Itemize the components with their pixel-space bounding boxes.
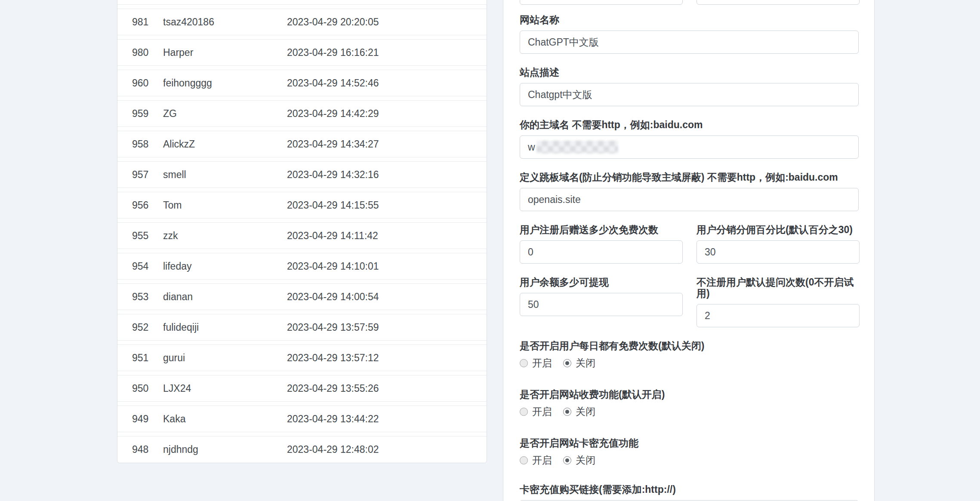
form-group-site-desc: 站点描述 [520, 67, 859, 106]
censored-value-blur [536, 141, 618, 154]
user-name-cell: lifeday [163, 261, 287, 272]
toggle-site-charge: 是否开启网站收费功能(默认开启) 开启 关闭 [520, 389, 859, 418]
user-id-cell: 981 [117, 16, 163, 28]
user-name-cell: zzk [163, 230, 287, 242]
toggle-card-recharge: 是否开启网站卡密充值功能 开启 关闭 [520, 437, 859, 467]
table-row: 960 feihongggg 2023-04-29 14:52:46 [117, 70, 487, 96]
table-row: 957 smell 2023-04-29 14:32:16 [117, 161, 487, 188]
table-row: 949 Kaka 2023-04-29 13:44:22 [117, 406, 487, 432]
table-row: 950 LJX24 2023-04-29 13:55:26 [117, 375, 487, 402]
user-id-cell: 948 [117, 444, 163, 455]
table-row: 980 Harper 2023-04-29 16:16:21 [117, 39, 487, 66]
user-id-cell: 956 [117, 200, 163, 211]
user-name-cell: Kaka [163, 413, 287, 425]
daily-free-off-radio[interactable] [563, 359, 571, 367]
user-id-cell: 960 [117, 77, 163, 89]
card-recharge-off-radio[interactable] [563, 456, 571, 464]
card-recharge-radio-row: 开启 关闭 [520, 454, 859, 467]
user-name-cell: gurui [163, 352, 287, 364]
free-times-input[interactable] [520, 240, 683, 264]
user-id-cell: 954 [117, 261, 163, 272]
radio-on-label: 开启 [532, 454, 552, 467]
free-times-label: 用户注册后赠送多少次免费次数 [520, 224, 683, 235]
main-domain-input[interactable]: w [520, 135, 859, 159]
user-name-cell: AlickzZ [163, 138, 287, 150]
radio-on-label: 开启 [532, 357, 552, 370]
user-id-cell: 959 [117, 108, 163, 120]
user-name-cell: tsaz420186 [163, 16, 287, 28]
radio-on-label: 开启 [532, 405, 552, 418]
site-name-label: 网站名称 [520, 14, 859, 25]
site-settings-card: 网站名称 站点描述 你的主域名 不需要http，例如:baidu.com w 定… [503, 0, 875, 501]
site-desc-input[interactable] [520, 83, 859, 106]
site-charge-on-radio[interactable] [520, 408, 528, 416]
user-name-cell: LJX24 [163, 383, 287, 394]
register-time-cell: 2023-04-29 14:00:54 [287, 291, 487, 303]
daily-free-radio-row: 开启 关闭 [520, 357, 859, 369]
table-row: 952 fulideqiji 2023-04-29 13:57:59 [117, 314, 487, 341]
user-id-cell: 958 [117, 138, 163, 150]
register-time-cell: 2023-04-29 13:57:12 [287, 352, 487, 364]
register-time-cell: 2023-04-29 14:10:01 [287, 261, 487, 272]
register-time-cell: 2023-04-29 14:32:16 [287, 169, 487, 181]
table-row: 953 dianan 2023-04-29 14:00:54 [117, 283, 487, 310]
clipped-input-right[interactable] [696, 0, 860, 5]
user-id-cell: 953 [117, 291, 163, 303]
commission-input[interactable] [696, 240, 860, 264]
user-name-cell: Tom [163, 200, 287, 211]
jump-domain-label: 定义跳板域名(防止分销功能导致主域屏蔽) 不需要http，例如:baidu.co… [520, 172, 859, 183]
form-row-free-commission: 用户注册后赠送多少次免费次数 用户分销分佣百分比(默认百分之30) [520, 224, 859, 264]
trial-times-label: 不注册用户默认提问次数(0不开启试用) [696, 277, 860, 299]
table-row-clipped [117, 0, 487, 5]
card-recharge-label: 是否开启网站卡密充值功能 [520, 437, 859, 449]
daily-free-label: 是否开启用户每日都有免费次数(默认关闭) [520, 340, 859, 351]
user-id-cell: 955 [117, 230, 163, 242]
site-charge-radio-row: 开启 关闭 [520, 405, 859, 418]
commission-label: 用户分销分佣百分比(默认百分之30) [696, 224, 860, 235]
user-id-cell: 980 [117, 47, 163, 58]
daily-free-on-radio[interactable] [520, 359, 528, 367]
table-row: 959 ZG 2023-04-29 14:42:29 [117, 100, 487, 127]
card-recharge-on-radio[interactable] [520, 456, 528, 464]
user-id-cell: 951 [117, 352, 163, 364]
register-time-cell: 2023-04-29 14:42:29 [287, 108, 487, 120]
site-charge-off-radio[interactable] [563, 408, 571, 416]
register-time-cell: 2023-04-29 14:15:55 [287, 200, 487, 211]
main-domain-label: 你的主域名 不需要http，例如:baidu.com [520, 119, 859, 130]
form-group-site-name: 网站名称 [520, 14, 859, 54]
main-domain-visible-text: w [528, 141, 535, 153]
table-row: 958 AlickzZ 2023-04-29 14:34:27 [117, 131, 487, 157]
jump-domain-input[interactable] [520, 188, 859, 211]
form-group-card-link: 卡密充值购买链接(需要添加:http://) [520, 484, 859, 501]
site-desc-label: 站点描述 [520, 67, 859, 78]
user-name-cell: fulideqiji [163, 322, 287, 333]
user-name-cell: njdhndg [163, 444, 287, 455]
toggle-daily-free: 是否开启用户每日都有免费次数(默认关闭) 开启 关闭 [520, 340, 859, 369]
table-row: 956 Tom 2023-04-29 14:15:55 [117, 192, 487, 218]
register-time-cell: 2023-04-29 13:55:26 [287, 383, 487, 394]
register-time-cell: 2023-04-29 14:34:27 [287, 138, 487, 150]
register-time-cell: 2023-04-29 14:52:46 [287, 77, 487, 89]
form-group-free-times: 用户注册后赠送多少次免费次数 [520, 224, 683, 264]
register-time-cell: 2023-04-29 14:11:42 [287, 230, 487, 242]
card-link-label: 卡密充值购买链接(需要添加:http://) [520, 484, 859, 495]
user-name-cell: Harper [163, 47, 287, 58]
withdraw-input[interactable] [520, 293, 683, 316]
withdraw-label: 用户余额多少可提现 [520, 277, 683, 288]
form-group-withdraw: 用户余额多少可提现 [520, 277, 683, 327]
clipped-input-row [520, 0, 859, 5]
register-time-cell: 2023-04-29 13:44:22 [287, 413, 487, 425]
clipped-input-left[interactable] [520, 0, 683, 5]
user-name-cell: smell [163, 169, 287, 181]
user-name-cell: dianan [163, 291, 287, 303]
register-time-cell: 2023-04-29 16:16:21 [287, 47, 487, 58]
user-name-cell: ZG [163, 108, 287, 120]
radio-off-label: 关闭 [576, 454, 595, 467]
table-row: 955 zzk 2023-04-29 14:11:42 [117, 222, 487, 249]
site-name-input[interactable] [520, 31, 859, 54]
form-group-commission: 用户分销分佣百分比(默认百分之30) [696, 224, 860, 264]
form-row-withdraw-trial: 用户余额多少可提现 不注册用户默认提问次数(0不开启试用) [520, 277, 859, 327]
site-charge-label: 是否开启网站收费功能(默认开启) [520, 389, 859, 400]
user-id-cell: 957 [117, 169, 163, 181]
trial-times-input[interactable] [696, 304, 860, 327]
